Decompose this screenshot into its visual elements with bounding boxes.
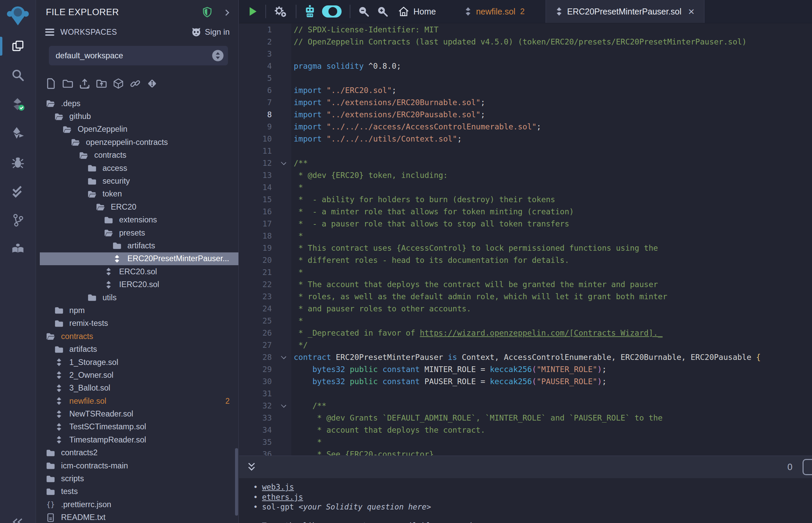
ipfs-box-icon[interactable] — [113, 78, 124, 89]
code-line-5[interactable]: 5 — [239, 72, 812, 84]
terminal-link[interactable]: web3.js — [262, 483, 294, 491]
code-line-4[interactable]: 4pragma solidity ^0.8.0; — [239, 60, 812, 72]
tree-item-remix-tests[interactable]: remix-tests — [36, 317, 239, 330]
line-number[interactable]: 22 — [239, 278, 272, 290]
line-number[interactable]: 17 — [239, 218, 272, 230]
tree-item-artifacts[interactable]: artifacts — [36, 343, 239, 356]
tree-item-security[interactable]: security — [36, 175, 239, 187]
code-line-1[interactable]: 1// SPDX-License-Identifier: MIT — [239, 23, 812, 36]
terminal-line[interactable]: •ethers.js — [253, 492, 812, 502]
copilot-toggle[interactable] — [322, 5, 341, 18]
workspace-select[interactable]: default_workspace — [49, 46, 228, 65]
remix-logo-icon[interactable] — [6, 4, 29, 27]
new-folder-icon[interactable] — [63, 78, 73, 89]
new-file-icon[interactable] — [46, 78, 56, 89]
line-number[interactable]: 4 — [239, 60, 272, 72]
activity-item-search[interactable] — [0, 61, 36, 90]
code-line-12[interactable]: 12/** — [239, 157, 812, 169]
line-number[interactable]: 1 — [239, 23, 272, 36]
upload-folder-icon[interactable] — [96, 78, 107, 89]
collapse-panel-icon[interactable] — [11, 518, 24, 523]
explorer-scrollbar[interactable] — [235, 448, 238, 516]
line-number[interactable]: 36 — [239, 448, 272, 456]
tree-item-openzeppelin[interactable]: OpenZeppelin — [36, 123, 239, 136]
code-line-21[interactable]: 21 * — [239, 266, 812, 278]
tree-item-contracts2[interactable]: contracts2 — [36, 447, 239, 459]
tree-item-scripts[interactable]: scripts — [36, 472, 239, 485]
code-line-35[interactable]: 35 * — [239, 436, 812, 448]
activity-item-debugger[interactable] — [0, 148, 36, 177]
fold-chevron-icon[interactable] — [279, 351, 289, 363]
terminal-header[interactable]: 0 — [239, 456, 812, 478]
line-number[interactable]: 23 — [239, 290, 272, 303]
activity-item-learneth[interactable] — [0, 235, 36, 264]
terminal-expand-icon[interactable] — [247, 462, 256, 472]
hamburger-menu-icon[interactable] — [45, 27, 54, 37]
line-number[interactable]: 30 — [239, 375, 272, 387]
tree-item-presets[interactable]: presets — [36, 227, 239, 239]
tree-item-github[interactable]: github — [36, 110, 239, 123]
shield-icon[interactable] — [203, 7, 212, 18]
ai-copilot-icon[interactable] — [304, 5, 316, 18]
line-number[interactable]: 5 — [239, 72, 272, 84]
code-line-15[interactable]: 15 * - ability for holders to burn (dest… — [239, 194, 812, 205]
tree-item-readme-txt[interactable]: README.txt — [36, 511, 239, 523]
activity-item-unit-testing[interactable] — [0, 177, 36, 205]
code-line-27[interactable]: 27 */ — [239, 339, 812, 351]
line-number[interactable]: 33 — [239, 412, 272, 424]
terminal-line[interactable]: •web3.js — [253, 482, 812, 492]
code-line-36[interactable]: 36 * See {ERC20-constructor}. — [239, 448, 812, 456]
tree-item-utils[interactable]: utils — [36, 291, 239, 304]
tree-item-testsctimestamp-sol[interactable]: TestSCTimestamp.sol — [36, 420, 239, 433]
line-number[interactable]: 27 — [239, 339, 272, 351]
code-line-31[interactable]: 31 — [239, 387, 812, 400]
tree-item-access[interactable]: access — [36, 162, 239, 175]
tree-item-npm[interactable]: npm — [36, 304, 239, 317]
tree-item-timestampreader-sol[interactable]: TimestampReader.sol — [36, 433, 239, 446]
tab-erc20presetminterpauser-sol[interactable]: ERC20PresetMinterPauser.sol × — [546, 0, 704, 23]
tree-item--deps[interactable]: .deps — [36, 97, 239, 110]
zoom-out-icon[interactable] — [358, 6, 369, 17]
line-number[interactable]: 25 — [239, 315, 272, 327]
compile-run-settings-icon[interactable] — [273, 5, 288, 18]
git-clone-icon[interactable] — [147, 78, 158, 89]
terminal-checkbox[interactable] — [802, 459, 812, 475]
github-sign-in-button[interactable]: Sign in — [191, 27, 230, 37]
code-line-17[interactable]: 17 * - a pauser role that allows to stop… — [239, 218, 812, 230]
line-number[interactable]: 3 — [239, 48, 272, 60]
code-line-33[interactable]: 33 * @dev Grants `DEFAULT_ADMIN_ROLE`, `… — [239, 412, 812, 424]
code-line-24[interactable]: 24 * and pauser roles to other accounts. — [239, 303, 812, 315]
code-line-26[interactable]: 26 * _Deprecated in favor of https://wiz… — [239, 327, 812, 339]
workspace-sort-icon[interactable] — [212, 50, 224, 62]
line-number[interactable]: 14 — [239, 181, 272, 194]
activity-item-file-explorer[interactable] — [0, 32, 36, 61]
tree-item-newfile-sol[interactable]: newfile.sol2 — [36, 395, 239, 408]
fold-chevron-icon[interactable] — [279, 400, 289, 412]
line-number[interactable]: 34 — [239, 424, 272, 436]
line-number[interactable]: 6 — [239, 84, 272, 96]
tree-item-extensions[interactable]: extensions — [36, 214, 239, 227]
line-number[interactable]: 11 — [239, 145, 272, 157]
tree-item-1-storage-sol[interactable]: 1_Storage.sol — [36, 356, 239, 369]
code-line-32[interactable]: 32 /** — [239, 400, 812, 412]
line-number[interactable]: 24 — [239, 303, 272, 315]
zoom-in-icon[interactable] — [377, 6, 388, 17]
line-number[interactable]: 8 — [239, 109, 272, 121]
code-line-3[interactable]: 3 — [239, 48, 812, 60]
tree-item-ierc20-sol[interactable]: IERC20.sol — [36, 278, 239, 291]
code-line-22[interactable]: 22 * The account that deploys the contra… — [239, 278, 812, 290]
line-number[interactable]: 15 — [239, 194, 272, 205]
line-number[interactable]: 16 — [239, 205, 272, 218]
terminal-link[interactable]: ethers.js — [262, 493, 303, 501]
code-line-18[interactable]: 18 * — [239, 230, 812, 242]
code-line-19[interactable]: 19 * This contract uses {AccessControl} … — [239, 242, 812, 254]
tree-item-artifacts[interactable]: artifacts — [36, 239, 239, 252]
code-line-20[interactable]: 20 * different roles - head to its docum… — [239, 254, 812, 266]
line-number[interactable]: 18 — [239, 230, 272, 242]
line-number[interactable]: 9 — [239, 121, 272, 133]
line-number[interactable]: 7 — [239, 96, 272, 109]
code-line-29[interactable]: 29 bytes32 public constant MINTER_ROLE =… — [239, 363, 812, 375]
tree-item-3-ballot-sol[interactable]: 3_Ballot.sol — [36, 382, 239, 395]
tree-item-tests[interactable]: tests — [36, 485, 239, 498]
activity-item-deploy-and-run[interactable] — [0, 119, 36, 148]
